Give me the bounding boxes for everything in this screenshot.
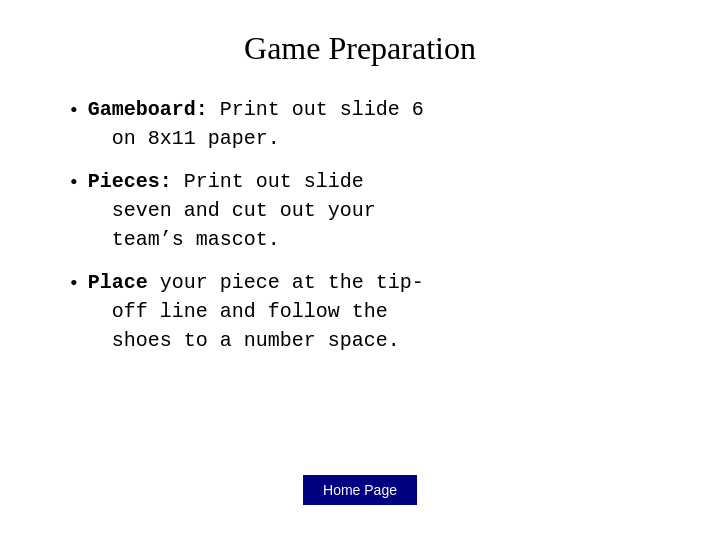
bullet-text-gameboard: Gameboard: Print out slide 6 on 8x11 pap…: [88, 95, 424, 153]
bullet-item-place: • Place your piece at the tip- off line …: [70, 268, 680, 355]
place-label: Place: [88, 271, 148, 294]
bullet-text-pieces: Pieces: Print out slide seven and cut ou…: [88, 167, 376, 254]
bullet-text-place: Place your piece at the tip- off line an…: [88, 268, 424, 355]
page-title: Game Preparation: [244, 30, 476, 67]
slide-container: Game Preparation • Gameboard: Print out …: [0, 0, 720, 540]
bullet-dot-2: •: [70, 169, 78, 195]
bullet-item-pieces: • Pieces: Print out slide seven and cut …: [70, 167, 680, 254]
content-area: • Gameboard: Print out slide 6 on 8x11 p…: [40, 95, 680, 369]
bullet-dot-1: •: [70, 97, 78, 123]
bullet-item-gameboard: • Gameboard: Print out slide 6 on 8x11 p…: [70, 95, 680, 153]
bullet-dot-3: •: [70, 270, 78, 296]
gameboard-label: Gameboard:: [88, 98, 208, 121]
pieces-label: Pieces:: [88, 170, 172, 193]
home-page-button[interactable]: Home Page: [303, 475, 417, 505]
